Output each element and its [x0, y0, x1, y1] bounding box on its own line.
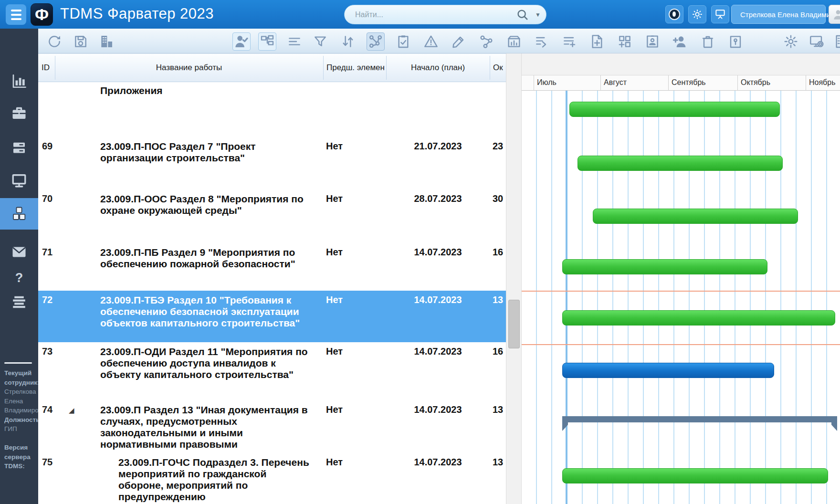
sidebar-item-bar-chart[interactable] [0, 71, 38, 92]
vertical-scrollbar[interactable] [506, 53, 522, 504]
column-header-end[interactable]: Ок [490, 53, 506, 82]
cell-end-date: 30 [493, 193, 506, 204]
cell-id: 73 [42, 346, 63, 357]
sidebar-item-mail[interactable] [0, 242, 38, 262]
gantt-month-header: ИюльАвгустСентябрьОктябрьНоябрь [522, 75, 840, 91]
search-icon[interactable] [515, 8, 530, 22]
alerts-button[interactable] [665, 5, 683, 23]
key-card-icon[interactable] [726, 32, 745, 51]
gantt-bar-row-72[interactable] [562, 310, 835, 326]
person-plus-icon[interactable] [671, 32, 689, 51]
column-header-start[interactable]: Начало (план) [386, 53, 490, 82]
org-tree-icon[interactable] [258, 32, 276, 51]
settings-button[interactable] [688, 5, 706, 23]
table-row-74[interactable]: 74◢23.009.П Раздел 13 "Иная документация… [38, 400, 506, 453]
sidebar-item-monitor[interactable] [0, 170, 38, 191]
gantt-selection-marker-line [522, 344, 840, 345]
cell-task-name: 23.009.П-ПОС Раздел 7 "Проект организаци… [100, 141, 309, 164]
table-row-73[interactable]: 7323.009.П-ОДИ Раздел 11 "Мероприятия по… [38, 342, 506, 400]
scrollbar-thumb[interactable] [508, 300, 520, 348]
table-row-71[interactable]: 7123.009.П-ПБ Раздел 9 "Мероприятия по о… [38, 243, 506, 291]
app-logo: Ф [31, 3, 53, 26]
cell-end-date: 23 [493, 141, 506, 152]
sidebar-item-server[interactable] [0, 137, 38, 158]
sidebar-footer-line: Текущий [4, 368, 42, 378]
sidebar-item-lines[interactable] [0, 291, 38, 312]
sidebar-footer-line: Версия [4, 443, 42, 452]
sort-updown-icon[interactable] [339, 32, 357, 51]
id-badge-icon[interactable] [643, 32, 662, 51]
cell-start-date: 14.07.2023 [386, 294, 490, 305]
column-header-predecessor[interactable]: Предш. элемен [323, 53, 386, 82]
cell-task-name: 23.009.П-ГОЧС Подраздел 3. Перечень меро… [118, 457, 309, 503]
task-table: Приложения6923.009.П-ПОС Раздел 7 "Проек… [38, 82, 506, 504]
table-row-70[interactable]: 7023.009.П-ООС Раздел 8 "Мероприятия по … [38, 189, 506, 243]
sidebar-footer: Текущийсотрудник:СтрелковаЕленаВладимиро… [4, 368, 42, 471]
gantt-bar-row-73[interactable] [562, 363, 774, 378]
gantt-month-label: Сентябрь [668, 75, 737, 91]
buildings-icon[interactable] [97, 32, 116, 51]
expander-icon[interactable]: ◢ [69, 406, 74, 415]
user-check-icon[interactable] [232, 32, 251, 51]
gantt-bar-row-71[interactable] [562, 259, 767, 274]
table-row-72[interactable]: 7223.009.П-ТБЭ Раздел 10 "Требования к о… [38, 291, 506, 342]
cell-predecessor: Нет [326, 294, 343, 305]
current-user-button[interactable]: Стрелкова Елена Владимировна [731, 5, 826, 24]
person-icon [832, 8, 840, 21]
sidebar-item-briefcase[interactable] [0, 103, 38, 124]
cell-task-name: 23.009.П-ПБ Раздел 9 "Мероприятия по обе… [100, 247, 309, 270]
refresh-icon[interactable] [45, 32, 63, 51]
sidebar-footer-line: TDMS: [4, 462, 42, 471]
cubes-icon [10, 205, 28, 222]
sidebar-footer-line [4, 434, 42, 443]
network-nodes-icon[interactable] [367, 32, 385, 51]
cell-id: 75 [42, 457, 63, 468]
monitor-icon [10, 172, 28, 189]
gantt-bar-row-prev[interactable] [569, 102, 780, 117]
search-scope-caret-icon[interactable]: ▼ [530, 11, 546, 18]
sidebar-item-question[interactable]: ? [0, 267, 38, 288]
grid-plus-icon[interactable] [616, 32, 634, 51]
list-arrow-icon[interactable] [533, 32, 551, 51]
list-edge-icon[interactable] [834, 32, 840, 51]
gantt-status-date-line [566, 91, 567, 504]
cell-start-date: 14.07.2023 [386, 247, 490, 258]
search-input[interactable] [345, 10, 515, 19]
cell-end-date: 16 [493, 247, 506, 258]
profile-button[interactable] [829, 5, 840, 24]
sidebar-item-cubes[interactable] [0, 198, 38, 230]
gantt-bar-row-75[interactable] [562, 468, 828, 483]
trash-icon[interactable] [699, 32, 717, 51]
gantt-bar-row-69[interactable] [578, 156, 783, 171]
warning-icon[interactable] [422, 32, 440, 51]
pencil-icon[interactable] [450, 32, 468, 51]
save-icon[interactable] [72, 32, 90, 51]
share-nodes-icon[interactable] [477, 32, 495, 51]
folder-chart-icon[interactable] [505, 32, 523, 51]
cell-start-date: 14.07.2023 [386, 457, 490, 468]
column-header-id[interactable]: ID [38, 53, 55, 82]
menu-icon[interactable] [6, 4, 26, 25]
table-row-partial[interactable]: Приложения [38, 82, 506, 137]
gantt-bar-row-74[interactable] [562, 416, 837, 422]
doc-plus-icon[interactable] [588, 32, 606, 51]
bar-chart-icon [10, 73, 28, 90]
clipboard-check-icon[interactable] [394, 32, 412, 51]
column-header-name[interactable]: Название работы [55, 53, 323, 82]
table-row-75[interactable]: 7523.009.П-ГОЧС Подраздел 3. Перечень ме… [38, 453, 506, 504]
gantt-bar-row-70[interactable] [593, 209, 798, 224]
table-row-69[interactable]: 6923.009.П-ПОС Раздел 7 "Проект организа… [38, 137, 506, 189]
mail-icon [10, 243, 28, 261]
top-bar: Ф TDMS Фарватер 2023 ▼ Стрелкова Елена В… [0, 0, 840, 29]
gantt-month-label: Июль [534, 75, 600, 91]
search-box: ▼ [344, 5, 546, 24]
filter-icon[interactable] [311, 32, 329, 51]
list-plus-icon[interactable] [560, 32, 578, 51]
cell-task-name: 23.009.П Раздел 13 "Иная документация в … [100, 404, 309, 450]
sidebar: Текущийсотрудник:СтрелковаЕленаВладимиро… [0, 29, 38, 504]
cell-start-date: 21.07.2023 [386, 141, 490, 152]
gear-icon[interactable] [782, 32, 800, 51]
monitor-sync-icon[interactable] [808, 32, 826, 51]
align-left-icon[interactable] [285, 32, 304, 51]
presentation-button[interactable] [711, 5, 729, 23]
